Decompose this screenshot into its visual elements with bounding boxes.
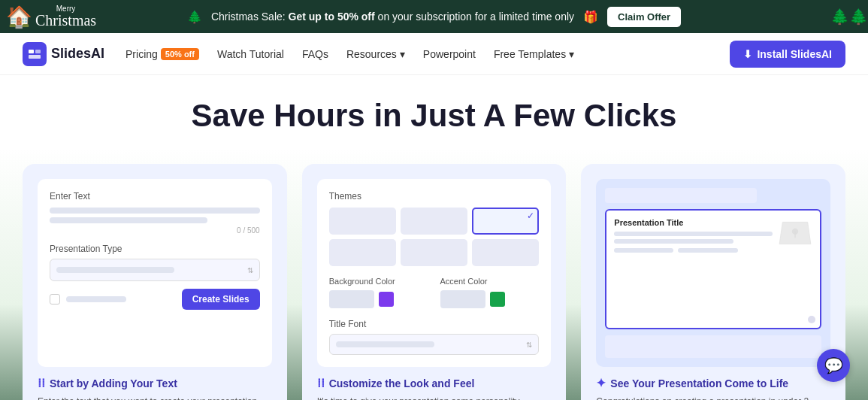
nav-pricing[interactable]: Pricing 50% off — [126, 48, 199, 60]
pricing-label: Pricing — [126, 48, 158, 60]
chevron-down-icon: ▾ — [400, 48, 405, 60]
step2-title: ⁞⁞ Customize the Look and Feel — [317, 376, 552, 390]
slide-bottom-bar — [605, 335, 821, 358]
slide-mini-1 — [614, 248, 673, 253]
install-icon: ⬇ — [743, 48, 752, 60]
accent-color-group: Accent Color — [440, 277, 540, 308]
christmas-logo: 🏠 Merry Christmas — [0, 0, 96, 33]
slide-main: Presentation Title — [605, 209, 821, 329]
install-button[interactable]: ⬇ Install SlidesAI — [730, 41, 845, 68]
christmas-text: Merry Christmas — [35, 5, 96, 28]
theme-swatch-4[interactable] — [329, 239, 396, 266]
slide-mini-row — [614, 248, 812, 253]
cards-section: Enter Text 0 / 500 Presentation Type ⇅ C… — [0, 149, 868, 400]
svg-rect-0 — [29, 50, 34, 53]
gift-icon: 🎁 — [583, 10, 598, 24]
theme-swatch-3[interactable]: ✓ — [472, 208, 539, 235]
title-font-label: Title Font — [329, 319, 540, 329]
slide-top-bar — [605, 188, 756, 203]
chat-icon: 💬 — [824, 356, 843, 374]
step1-desc: Enter the text that you want to create y… — [38, 395, 272, 400]
step3-desc: Congratulations on creating a presentati… — [596, 395, 830, 400]
nav-resources[interactable]: Resources ▾ — [346, 48, 405, 60]
logo-text: SlidesAI — [51, 46, 104, 62]
card-themes-inner: Themes ✓ Background Color — [317, 179, 552, 367]
card-preview: Presentation Title — [581, 164, 845, 400]
theme-swatch-2[interactable] — [401, 208, 467, 235]
step1-title-text: Start by Adding Your Text — [50, 377, 177, 389]
text-line-2 — [50, 217, 207, 223]
chevron-down-icon-2: ▾ — [569, 48, 574, 60]
nav-links: Pricing 50% off Watch Tutorial FAQs Reso… — [126, 48, 709, 60]
watch-tutorial-label: Watch Tutorial — [217, 48, 284, 60]
accent-swatch-green[interactable] — [490, 292, 505, 307]
hero-title: Save Hours in Just A Few Clicks — [15, 98, 853, 134]
bg-swatch-purple[interactable] — [379, 292, 394, 307]
theme-swatch-5[interactable] — [401, 239, 467, 266]
accent-color-label: Accent Color — [440, 277, 540, 286]
slide-dot — [808, 316, 815, 323]
slide-mini-2 — [678, 248, 737, 253]
themes-label: Themes — [329, 191, 540, 202]
bg-color-group: Background Color — [329, 277, 428, 308]
bg-color-swatches — [329, 290, 428, 308]
font-select-arrow: ⇅ — [526, 341, 532, 349]
nav-powerpoint[interactable]: Powerpoint — [423, 48, 476, 60]
select-placeholder — [56, 267, 174, 273]
theme-swatch-1[interactable] — [329, 208, 396, 235]
tree-icon-left: 🌲 — [187, 10, 202, 24]
enter-text-label: Enter Text — [50, 191, 260, 202]
faqs-label: FAQs — [302, 48, 328, 60]
bg-color-label: Background Color — [329, 277, 428, 286]
svg-rect-1 — [35, 50, 41, 53]
claim-offer-button[interactable]: Claim Offer — [607, 7, 681, 27]
themes-grid: ✓ — [329, 208, 540, 266]
card3-bottom: ✦ See Your Presentation Come to Life Con… — [596, 376, 830, 400]
card1-bottom: ⁞⁞ Start by Adding Your Text Enter the t… — [38, 376, 272, 400]
nav-free-templates[interactable]: Free Templates ▾ — [494, 48, 574, 60]
step1-title: ⁞⁞ Start by Adding Your Text — [38, 376, 272, 390]
install-label: Install SlidesAI — [757, 48, 832, 60]
presentation-type-select[interactable]: ⇅ — [50, 259, 260, 281]
navbar: SlidesAI Pricing 50% off Watch Tutorial … — [0, 33, 868, 75]
christmas-label: Christmas — [35, 13, 96, 28]
slide-map-icon — [776, 218, 814, 248]
svg-rect-2 — [29, 55, 41, 59]
bg-swatch-gray[interactable] — [329, 290, 374, 308]
title-font-select[interactable]: ⇅ — [329, 334, 540, 355]
pricing-badge: 50% off — [161, 48, 199, 60]
card-enter-text: Enter Text 0 / 500 Presentation Type ⇅ C… — [23, 164, 287, 400]
footer-label-line — [66, 296, 126, 302]
checkbox[interactable] — [50, 294, 60, 305]
step3-title-text: See Your Presentation Come to Life — [610, 377, 788, 389]
card-footer-row: Create Slides — [50, 289, 260, 310]
accent-swatch-gray[interactable] — [440, 290, 485, 308]
theme-check-icon: ✓ — [527, 211, 534, 221]
banner-sale-text: Christmas Sale: Get up to 50% off on you… — [211, 11, 574, 23]
step3-icon: ✦ — [596, 376, 606, 390]
step2-desc: It's time to give your presentation some… — [317, 395, 552, 400]
colors-row: Background Color Accent Color — [329, 277, 540, 308]
card-enter-text-inner: Enter Text 0 / 500 Presentation Type ⇅ C… — [38, 179, 272, 367]
nav-watch-tutorial[interactable]: Watch Tutorial — [217, 48, 284, 60]
font-select-line — [336, 341, 434, 347]
pres-type-label: Presentation Type — [50, 244, 260, 254]
logo: SlidesAI — [23, 42, 104, 66]
logo-icon — [23, 42, 47, 66]
text-input-mock — [50, 208, 260, 223]
create-slides-button[interactable]: Create Slides — [182, 289, 260, 310]
house-icon: 🏠 — [6, 5, 32, 29]
powerpoint-label: Powerpoint — [423, 48, 476, 60]
resources-label: Resources — [346, 48, 397, 60]
accent-color-swatches — [440, 290, 540, 308]
char-count: 0 / 500 — [50, 226, 260, 235]
theme-swatch-6[interactable] — [472, 239, 539, 266]
text-line-1 — [50, 208, 260, 214]
select-arrow: ⇅ — [247, 266, 253, 274]
presentation-preview: Presentation Title — [596, 179, 830, 367]
chat-button[interactable]: 💬 — [817, 349, 850, 382]
nav-faqs[interactable]: FAQs — [302, 48, 328, 60]
card2-bottom: ⁞⁞ Customize the Look and Feel It's time… — [317, 376, 552, 400]
slides-ai-logo-svg — [28, 47, 41, 61]
step1-icon: ⁞⁞ — [38, 376, 45, 390]
